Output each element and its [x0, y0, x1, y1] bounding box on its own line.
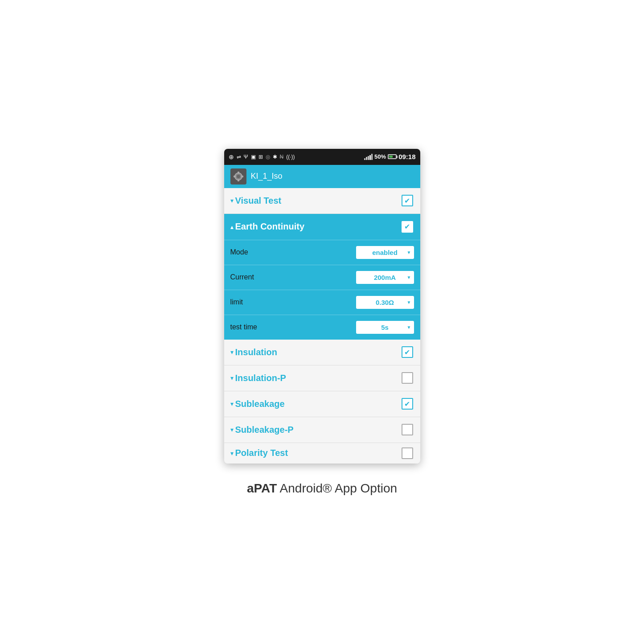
- earth-continuity-header[interactable]: ▴ Earth Continuity: [224, 214, 420, 240]
- wifi-icon: ⇌: [237, 154, 241, 160]
- signal-bar-1: [364, 158, 365, 160]
- limit-label: limit: [230, 298, 356, 306]
- signal-bar-2: [366, 157, 367, 160]
- section-visual-test[interactable]: ▾ Visual Test: [224, 188, 420, 214]
- status-bar: ⊕ ⇌ Ψ ▣ ⊞ ◎ ✱ N ((·)) 50%: [224, 149, 420, 165]
- section-polarity-test[interactable]: ▾ Polarity Test: [224, 443, 420, 464]
- insulation-p-checkbox-empty: [402, 372, 413, 384]
- section-earth-continuity: ▴ Earth Continuity Mode enabled Current: [224, 214, 420, 340]
- svg-point-5: [237, 175, 240, 178]
- subleakage-checkbox-checked: [402, 398, 413, 410]
- page-caption: aPAT Android® App Option: [247, 481, 397, 496]
- mute-icon: N: [280, 154, 284, 160]
- signal-bars: [364, 154, 373, 160]
- visual-test-checkbox-checked: [402, 195, 413, 206]
- subleakage-chevron: ▾: [230, 400, 234, 407]
- page-wrapper: ⊕ ⇌ Ψ ▣ ⊞ ◎ ✱ N ((·)) 50%: [224, 149, 420, 496]
- earth-continuity-label: Earth Continuity: [235, 222, 401, 232]
- insulation-checkbox-checked: [402, 346, 413, 358]
- polarity-test-checkbox[interactable]: [401, 447, 414, 460]
- status-left-icons: ⊕ ⇌ Ψ ▣ ⊞ ◎ ✱ N ((·)): [229, 153, 295, 160]
- subleakage-checkbox[interactable]: [401, 397, 414, 410]
- battery-icon: [388, 154, 397, 159]
- field-row-limit: limit 0.30Ω: [224, 290, 420, 315]
- insulation-p-checkbox[interactable]: [401, 371, 414, 385]
- app-header: KI_1_Iso: [224, 165, 420, 188]
- svg-rect-1: [238, 172, 239, 174]
- battery-percent: 50%: [374, 153, 386, 160]
- subleakage-p-checkbox-empty: [402, 424, 413, 435]
- current-label: Current: [230, 273, 356, 281]
- subleakage-label: Subleakage: [235, 399, 401, 409]
- visual-test-chevron: ▾: [230, 197, 234, 204]
- signal-bar-3: [368, 156, 369, 160]
- section-insulation-p[interactable]: ▾ Insulation-P: [224, 365, 420, 391]
- earth-continuity-chevron: ▴: [230, 223, 234, 230]
- insulation-p-chevron: ▾: [230, 374, 234, 381]
- mode-label: Mode: [230, 248, 356, 256]
- subleakage-p-label: Subleakage-P: [235, 425, 401, 435]
- polarity-test-checkbox-empty: [402, 447, 413, 459]
- app-icon: [230, 168, 246, 185]
- eye-icon: ◎: [266, 154, 270, 160]
- insulation-chevron: ▾: [230, 349, 234, 356]
- limit-value[interactable]: 0.30Ω: [356, 296, 414, 309]
- section-subleakage[interactable]: ▾ Subleakage: [224, 391, 420, 417]
- wifi2-icon: ((·)): [286, 154, 295, 160]
- test-time-label: test time: [230, 323, 356, 331]
- signal-bar-4: [369, 155, 371, 160]
- insulation-checkbox[interactable]: [401, 345, 414, 359]
- time-display: 09:18: [398, 153, 415, 160]
- status-right-icons: 50% 09:18: [364, 153, 415, 160]
- mode-value[interactable]: enabled: [356, 246, 414, 259]
- screenshot-icon: ▣: [251, 154, 256, 160]
- signal-bar-5: [371, 154, 373, 160]
- svg-rect-4: [241, 176, 243, 177]
- field-row-mode: Mode enabled: [224, 240, 420, 265]
- visual-test-label: Visual Test: [235, 196, 401, 206]
- svg-rect-3: [234, 176, 236, 177]
- subleakage-p-checkbox[interactable]: [401, 423, 414, 436]
- insulation-label: Insulation: [235, 347, 401, 357]
- insulation-p-label: Insulation-P: [235, 373, 401, 383]
- phone-mockup: ⊕ ⇌ Ψ ▣ ⊞ ◎ ✱ N ((·)) 50%: [224, 149, 420, 464]
- visual-test-checkbox[interactable]: [401, 194, 414, 207]
- image-icon: ⊞: [258, 154, 263, 160]
- earth-continuity-checkbox-checked: [402, 221, 413, 233]
- caption-regular-text: Android® App Option: [277, 481, 397, 495]
- battery-fill: [389, 156, 393, 158]
- subleakage-p-chevron: ▾: [230, 426, 234, 433]
- section-subleakage-p[interactable]: ▾ Subleakage-P: [224, 417, 420, 443]
- add-icon: ⊕: [229, 153, 234, 160]
- earth-continuity-fields: Mode enabled Current 200mA limit 0.: [224, 240, 420, 340]
- caption-bold-text: aPAT: [247, 481, 277, 495]
- test-time-value[interactable]: 5s: [356, 321, 414, 334]
- polarity-test-label: Polarity Test: [235, 448, 401, 458]
- field-row-test-time: test time 5s: [224, 315, 420, 340]
- current-value[interactable]: 200mA: [356, 271, 414, 284]
- earth-continuity-checkbox[interactable]: [401, 220, 414, 234]
- field-row-current: Current 200mA: [224, 265, 420, 290]
- app-title: KI_1_Iso: [251, 172, 283, 181]
- svg-rect-2: [238, 179, 239, 181]
- section-insulation[interactable]: ▾ Insulation: [224, 340, 420, 365]
- bluetooth-icon: ✱: [273, 154, 277, 160]
- polarity-test-chevron: ▾: [230, 450, 234, 457]
- usb-icon: Ψ: [244, 154, 248, 160]
- app-icon-svg: [232, 170, 245, 183]
